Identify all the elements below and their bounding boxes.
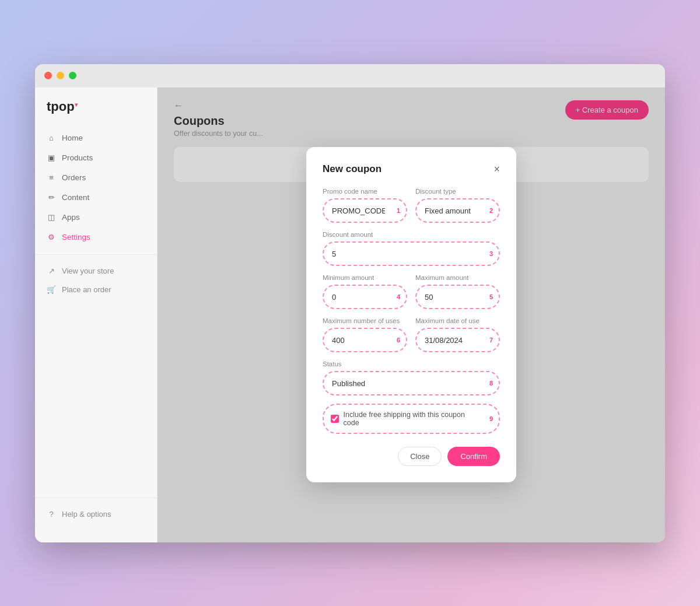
max-amount-input[interactable] — [425, 293, 478, 302]
cart-icon: 🛒 — [47, 285, 56, 295]
logo-text: tpop — [47, 99, 75, 114]
form-row-2: Discount amount 3 — [323, 231, 500, 266]
max-uses-number: 6 — [397, 337, 400, 344]
max-amount-field-wrapper: 5 — [415, 285, 500, 309]
status-label: Status — [323, 360, 500, 367]
sidebar-item-settings[interactable]: ⚙ Settings — [35, 227, 157, 247]
sidebar-item-products[interactable]: ▣ Products — [35, 148, 157, 168]
form-row-1: Promo code name 1 Discount type Fixed am… — [323, 188, 500, 223]
promo-code-input[interactable] — [332, 206, 385, 215]
promo-code-group: Promo code name 1 — [323, 188, 407, 223]
browser-window: tpop▾ ⌂ Home ▣ Products ≡ Orders ✏ Conte… — [35, 64, 665, 542]
status-select[interactable]: Published Draft — [332, 379, 478, 388]
sidebar-item-products-label: Products — [62, 153, 93, 162]
traffic-light-green[interactable] — [69, 72, 76, 79]
sidebar-item-orders-label: Orders — [62, 173, 86, 182]
modal-title: New coupon — [323, 163, 382, 175]
max-date-field-wrapper: 7 — [415, 328, 500, 352]
min-amount-field-wrapper: 4 — [323, 285, 407, 309]
form-row-4: Maximum number of uses 6 Maximum date of… — [323, 317, 500, 352]
discount-type-select[interactable]: Fixed amount Percentage — [425, 206, 478, 215]
modal-overlay: New coupon × Promo code name 1 — [158, 87, 665, 542]
view-store-link[interactable]: ↗ View your store — [35, 262, 157, 281]
discount-amount-label: Discount amount — [323, 231, 500, 238]
products-icon: ▣ — [47, 153, 56, 163]
max-date-label: Maximum date of use — [415, 317, 500, 324]
nav-divider-2 — [35, 498, 157, 498]
max-date-number: 7 — [489, 337, 493, 344]
place-order-label: Place an order — [62, 285, 111, 294]
sidebar-item-content[interactable]: ✏ Content — [35, 188, 157, 208]
logo-dot: ▾ — [75, 101, 78, 108]
help-link[interactable]: ? Help & options — [35, 505, 157, 524]
max-uses-label: Maximum number of uses — [323, 317, 407, 324]
max-uses-input[interactable] — [332, 336, 385, 345]
modal-header: New coupon × — [323, 163, 500, 175]
place-order-link[interactable]: 🛒 Place an order — [35, 281, 157, 299]
discount-type-group: Discount type Fixed amount Percentage 2 — [415, 188, 500, 223]
orders-icon: ≡ — [47, 173, 56, 183]
nav-divider — [35, 254, 157, 255]
sidebar-item-home[interactable]: ⌂ Home — [35, 128, 157, 148]
help-label: Help & options — [62, 510, 111, 519]
discount-type-number: 2 — [489, 207, 493, 214]
max-uses-group: Maximum number of uses 6 — [323, 317, 407, 352]
max-amount-group: Maximum amount 5 — [415, 274, 500, 309]
form-row-5: Status Published Draft 8 — [323, 360, 500, 395]
promo-code-number: 1 — [397, 207, 400, 214]
min-amount-label: Minimum amount — [323, 274, 407, 281]
help-icon: ? — [47, 510, 56, 519]
main-content: ← Coupons Offer discounts to your cu... … — [158, 87, 665, 542]
view-store-label: View your store — [62, 267, 114, 275]
confirm-button[interactable]: Confirm — [447, 447, 500, 466]
status-number: 8 — [489, 380, 493, 387]
max-amount-label: Maximum amount — [415, 274, 500, 281]
min-amount-input[interactable] — [332, 293, 385, 302]
sidebar-item-orders[interactable]: ≡ Orders — [35, 168, 157, 188]
new-coupon-modal: New coupon × Promo code name 1 — [306, 147, 516, 482]
sidebar-item-apps[interactable]: ◫ Apps — [35, 208, 157, 227]
form-row-3: Minimum amount 4 Maximum amount 5 — [323, 274, 500, 309]
logo: tpop▾ — [35, 99, 157, 128]
status-group: Status Published Draft 8 — [323, 360, 500, 395]
sidebar-item-home-label: Home — [62, 134, 83, 142]
settings-icon: ⚙ — [47, 233, 56, 242]
sidebar-item-settings-label: Settings — [62, 233, 90, 241]
status-field-wrapper: Published Draft 8 — [323, 371, 500, 395]
discount-amount-field-wrapper: 3 — [323, 241, 500, 266]
max-uses-field-wrapper: 6 — [323, 328, 407, 352]
home-icon: ⌂ — [47, 134, 56, 143]
promo-code-label: Promo code name — [323, 188, 407, 195]
content-icon: ✏ — [47, 193, 56, 202]
sidebar-bottom: ? Help & options — [35, 484, 157, 531]
modal-close-button[interactable]: × — [494, 164, 500, 174]
app-body: tpop▾ ⌂ Home ▣ Products ≡ Orders ✏ Conte… — [35, 87, 665, 542]
free-shipping-row: Include free shipping with this coupon c… — [323, 404, 500, 434]
modal-footer: Close Confirm — [323, 447, 500, 466]
free-shipping-number: 9 — [489, 415, 493, 422]
max-date-group: Maximum date of use 7 — [415, 317, 500, 352]
min-amount-number: 4 — [397, 293, 400, 300]
promo-code-field-wrapper: 1 — [323, 198, 407, 223]
max-date-input[interactable] — [425, 336, 478, 345]
apps-icon: ◫ — [47, 213, 56, 222]
traffic-light-red[interactable] — [44, 72, 52, 79]
free-shipping-checkbox[interactable] — [331, 415, 339, 423]
sidebar-item-apps-label: Apps — [62, 213, 80, 222]
title-bar — [35, 64, 665, 87]
max-amount-number: 5 — [489, 293, 493, 300]
nav-items: ⌂ Home ▣ Products ≡ Orders ✏ Content ◫ — [35, 128, 157, 484]
sidebar-item-content-label: Content — [62, 193, 89, 202]
discount-amount-input[interactable] — [332, 250, 478, 258]
discount-amount-number: 3 — [489, 250, 493, 257]
external-link-icon: ↗ — [47, 267, 56, 276]
discount-type-field-wrapper: Fixed amount Percentage 2 — [415, 198, 500, 223]
sidebar: tpop▾ ⌂ Home ▣ Products ≡ Orders ✏ Conte… — [35, 87, 158, 542]
free-shipping-label: Include free shipping with this coupon c… — [344, 411, 478, 427]
close-button[interactable]: Close — [398, 447, 442, 466]
min-amount-group: Minimum amount 4 — [323, 274, 407, 309]
discount-amount-group: Discount amount 3 — [323, 231, 500, 266]
traffic-light-yellow[interactable] — [57, 72, 64, 79]
discount-type-label: Discount type — [415, 188, 500, 195]
